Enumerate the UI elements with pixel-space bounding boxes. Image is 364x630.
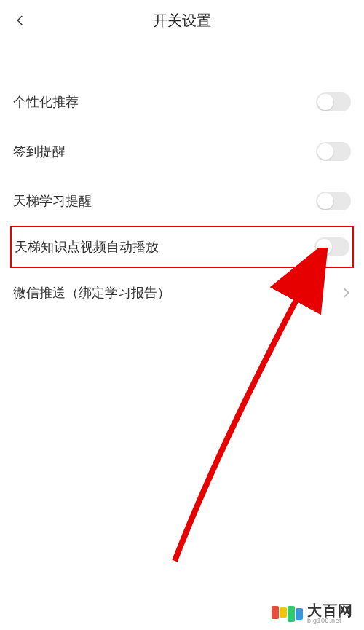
setting-row-study-reminder: 天梯学习提醒 bbox=[13, 176, 351, 226]
toggle-knob bbox=[317, 193, 333, 209]
setting-label: 天梯学习提醒 bbox=[13, 192, 92, 210]
setting-label: 签到提醒 bbox=[13, 143, 66, 160]
watermark-text: 大百网 big100.net bbox=[307, 603, 353, 624]
toggle-knob bbox=[317, 94, 333, 110]
toggle-knob bbox=[317, 143, 333, 160]
toggle-checkin[interactable] bbox=[316, 142, 351, 161]
setting-row-autoplay: 天梯知识点视频自动播放 bbox=[10, 226, 354, 268]
back-button[interactable] bbox=[9, 9, 32, 32]
setting-label: 个性化推荐 bbox=[13, 93, 79, 111]
back-icon bbox=[14, 14, 27, 27]
watermark-sub: big100.net bbox=[307, 618, 353, 624]
setting-row-checkin-reminder: 签到提醒 bbox=[13, 127, 351, 176]
toggle-personalization[interactable] bbox=[316, 92, 351, 111]
chevron-right-icon bbox=[339, 288, 349, 298]
watermark: 大百网 big100.net bbox=[272, 603, 353, 624]
toggle-knob bbox=[316, 239, 332, 255]
watermark-logo-icon bbox=[272, 606, 303, 622]
watermark-main: 大百网 bbox=[307, 603, 353, 618]
toggle-autoplay[interactable] bbox=[314, 237, 349, 256]
page-title: 开关设置 bbox=[0, 11, 364, 31]
setting-row-wechat-push[interactable]: 微信推送（绑定学习报告） bbox=[13, 268, 351, 318]
setting-label: 天梯知识点视频自动播放 bbox=[15, 238, 159, 256]
setting-row-personalization: 个性化推荐 bbox=[13, 77, 351, 127]
toggle-study-reminder[interactable] bbox=[316, 192, 351, 210]
setting-label: 微信推送（绑定学习报告） bbox=[13, 284, 170, 302]
header: 开关设置 bbox=[0, 0, 364, 41]
settings-list: 个性化推荐 签到提醒 天梯学习提醒 天梯知识点视频自动播放 微信推送（绑定学习报… bbox=[0, 77, 364, 318]
